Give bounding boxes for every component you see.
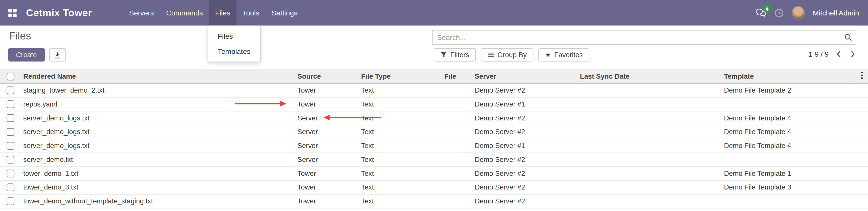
column-header-source[interactable]: Source [295,69,359,84]
favorites-label: Favorites [554,51,583,59]
create-button[interactable]: Create [8,48,45,62]
cell-file-type: Text [359,111,442,125]
cell-server: Demo Server #2 [472,180,578,194]
star-icon: ★ [545,52,551,58]
cell-file [442,111,473,125]
navbar-right-cluster: 4 Mitchell Admin [755,7,861,19]
cell-rendered-name: repos.yaml [21,97,295,111]
menu-commands[interactable]: Commands [160,0,209,26]
dropdown-item-templates[interactable]: Templates [208,44,260,59]
cell-rendered-name: server_demo.txt [21,153,295,167]
cell-template: Demo File Template 4 [722,125,856,139]
cell-template [722,194,856,208]
messages-button[interactable]: 4 [755,8,766,17]
cell-file-type: Text [359,167,442,181]
search-input[interactable] [432,31,840,44]
cell-source: Tower [295,97,359,111]
table-row[interactable]: server_demo_logs.txt Server Text Demo Se… [0,125,868,139]
column-header-file-type[interactable]: File Type [359,69,442,84]
apps-menu-button[interactable] [7,8,21,18]
left-actions: Create [8,48,66,62]
user-avatar[interactable] [792,7,804,19]
cell-source: Server [295,111,359,125]
table-row[interactable]: staging_tower_demo_2.txt Tower Text Demo… [0,84,868,97]
cell-rendered-name: tower_demo_without_template_staging.txt [21,194,295,208]
cell-source: Server [295,125,359,139]
menu-tools[interactable]: Tools [236,0,266,26]
cell-last-sync-date [578,139,722,153]
dropdown-item-files[interactable]: Files [208,29,260,44]
optional-columns-toggle[interactable] [856,69,868,84]
vertical-dots-icon [861,71,863,80]
row-checkbox[interactable] [7,156,14,164]
pager-next-button[interactable] [849,49,856,59]
files-table: Rendered Name Source File Type File Serv… [0,69,868,208]
table-row[interactable]: tower_demo_3.txt Tower Text Demo Server … [0,180,868,194]
cell-file [442,194,473,208]
row-checkbox[interactable] [7,142,14,150]
column-header-template[interactable]: Template [722,69,856,84]
column-header-server[interactable]: Server [472,69,578,84]
cell-rendered-name: server_demo_logs.txt [21,125,295,139]
cell-last-sync-date [578,125,722,139]
group-by-button[interactable]: Group By [481,48,533,62]
row-checkbox[interactable] [7,100,14,108]
activities-button[interactable] [774,8,784,18]
app-window: Cetmix Tower Servers Commands Files Tool… [0,0,868,211]
cell-source: Server [295,153,359,167]
cell-source: Tower [295,84,359,97]
app-brand[interactable]: Cetmix Tower [26,7,92,19]
column-header-file[interactable]: File [442,69,473,84]
cell-rendered-name: tower_demo_3.txt [21,180,295,194]
cell-file-type: Text [359,139,442,153]
main-menu: Servers Commands Files Tools Settings [123,0,304,26]
table-row[interactable]: tower_demo_1.txt Tower Text Demo Server … [0,167,868,181]
table-row[interactable]: server_demo_logs.txt Server Text Demo Se… [0,139,868,153]
menu-servers[interactable]: Servers [123,0,160,26]
group-by-label: Group By [497,51,527,59]
table-row[interactable]: server_demo.txt Server Text Demo Server … [0,153,868,167]
cell-last-sync-date [578,167,722,181]
menu-settings[interactable]: Settings [266,0,304,26]
table-row[interactable]: tower_demo_without_template_staging.txt … [0,194,868,208]
filters-button[interactable]: Filters [434,48,476,62]
table-row[interactable]: repos.yaml Tower Text Demo Server #1 [0,97,868,111]
cell-file [442,139,473,153]
column-header-last-sync-date[interactable]: Last Sync Date [578,69,722,84]
cell-rendered-name: server_demo_logs.txt [21,139,295,153]
favorites-button[interactable]: ★ Favorites [538,48,589,62]
row-checkbox[interactable] [7,87,14,95]
cell-rendered-name: staging_tower_demo_2.txt [21,84,295,97]
pager-previous-button[interactable] [835,49,842,59]
menu-files[interactable]: Files [209,0,236,26]
cell-template: Demo File Template 1 [722,167,856,181]
cell-last-sync-date [578,180,722,194]
row-checkbox[interactable] [7,170,14,178]
export-button[interactable] [49,48,66,62]
cell-template [722,153,856,167]
cell-file [442,153,473,167]
search-button[interactable] [840,33,856,41]
row-checkbox[interactable] [7,114,14,122]
page-title: Files [9,30,31,42]
table-row[interactable]: server_demo_logs.txt Server Text Demo Se… [0,111,868,125]
select-all-checkbox[interactable] [7,72,14,81]
row-checkbox[interactable] [7,128,14,136]
table-header-row: Rendered Name Source File Type File Serv… [0,69,868,84]
pager: 1-9 / 9 [808,49,856,59]
row-checkbox[interactable] [7,184,14,191]
files-table-body: staging_tower_demo_2.txt Tower Text Demo… [0,84,868,208]
cell-rendered-name: tower_demo_1.txt [21,167,295,181]
cell-file-type: Text [359,125,442,139]
row-checkbox[interactable] [7,198,14,205]
cell-source: Tower [295,194,359,208]
cell-last-sync-date [578,153,722,167]
group-by-bars-icon [488,52,494,58]
apps-grid-icon [8,8,17,18]
cell-file-type: Text [359,180,442,194]
cell-template [722,97,856,111]
user-name[interactable]: Mitchell Admin [813,9,859,17]
cell-template: Demo File Template 2 [722,84,856,97]
column-header-rendered-name[interactable]: Rendered Name [21,69,295,84]
cell-server: Demo Server #2 [472,84,578,97]
